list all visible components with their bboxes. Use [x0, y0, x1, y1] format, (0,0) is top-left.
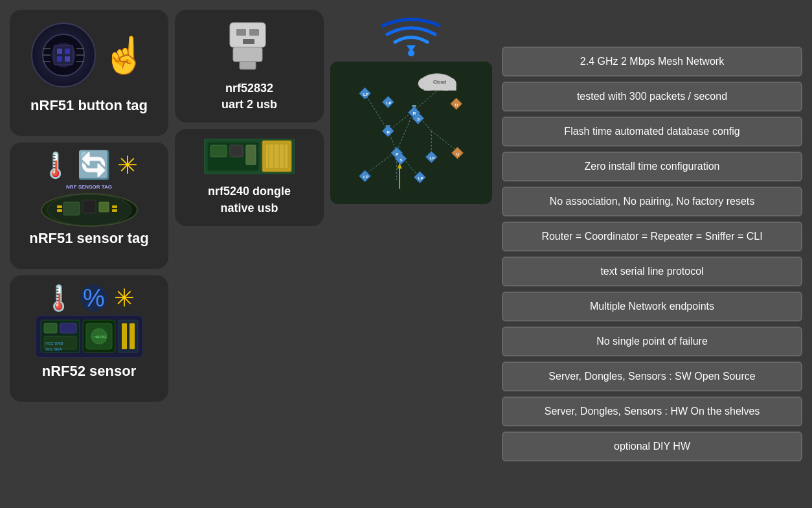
usb-device-icon — [223, 19, 275, 74]
middle-column: nrf52832 uart 2 usb — [175, 10, 492, 498]
svg-text:VCC GND: VCC GND — [45, 341, 63, 345]
feature-btn-5[interactable]: Router = Coordinator = Repeater = Sniffe… — [502, 222, 802, 251]
nrf52832-card: nrf52832 uart 2 usb — [175, 10, 324, 122]
wifi-area — [330, 10, 492, 62]
svg-rect-16 — [99, 202, 109, 212]
svg-rect-2 — [54, 45, 73, 65]
svg-rect-32 — [118, 320, 138, 352]
feature-btn-3[interactable]: Zero install time configuration — [502, 152, 802, 181]
main-container: ☝ nRF51 button tag 🌡️ 🔄 ✳ NRF SENSOR TAG — [0, 0, 812, 508]
svg-rect-43 — [210, 145, 227, 157]
svg-text:R: R — [387, 130, 390, 134]
nrf51-sensor-top: 🌡️ 🔄 ✳ NRF SENSOR TAG — [16, 149, 162, 227]
feature-btn-0[interactable]: 2.4 GHz 2 Mbps Mesh Network — [502, 47, 802, 76]
svg-point-52 — [408, 50, 414, 56]
svg-text:LP: LP — [418, 176, 423, 180]
dongle-board-icon — [204, 139, 295, 177]
svg-rect-34 — [130, 323, 135, 349]
svg-rect-14 — [63, 202, 80, 215]
right-column: 2.4 GHz 2 Mbps Mesh Network tested with … — [499, 10, 802, 498]
thermometer-icon: 🌡️ — [40, 151, 71, 179]
feature-btn-11[interactable]: optional DIY HW — [502, 432, 802, 461]
svg-rect-17 — [57, 205, 62, 208]
wifi-icon — [382, 16, 440, 58]
nrf5240-label: nrf5240 dongle native usb — [208, 183, 291, 216]
nrf51-sensor-card: 🌡️ 🔄 ✳ NRF SENSOR TAG — [10, 143, 168, 269]
svg-rect-15 — [83, 200, 96, 213]
dongles-column: nrf52832 uart 2 usb — [175, 10, 324, 226]
feature-btn-6[interactable]: text serial line protocol — [502, 257, 802, 286]
svg-text:nRF52: nRF52 — [95, 335, 107, 339]
wifi-network-area: Cloud — [330, 10, 492, 204]
left-column: ☝ nRF51 button tag 🌡️ 🔄 ✳ NRF SENSOR TAG — [10, 10, 168, 498]
nrf5240-card: nrf5240 dongle native usb — [175, 129, 324, 225]
svg-rect-39 — [249, 29, 259, 36]
feature-btn-9[interactable]: Server, Dongles, Sensors : SW Open Sourc… — [502, 362, 802, 391]
svg-rect-4 — [65, 49, 70, 54]
feature-btn-10[interactable]: Server, Dongles, Sensors : HW On the she… — [502, 397, 802, 426]
feature-btn-4[interactable]: No association, No pairing, No factory r… — [502, 187, 802, 216]
sun-icon: ✳ — [117, 151, 138, 179]
svg-text:LP: LP — [363, 174, 368, 179]
feature-btn-1[interactable]: tested with 300 packets / second — [502, 82, 802, 111]
svg-rect-5 — [57, 56, 62, 62]
nrf52-sensor-label: nRF52 sensor — [42, 363, 137, 380]
nrf51-button-card-top: ☝ — [16, 16, 162, 94]
svg-rect-33 — [122, 323, 127, 349]
svg-text:S: S — [400, 157, 402, 162]
feature-btn-8[interactable]: No single point of failure — [502, 327, 802, 356]
svg-text:Cloud: Cloud — [433, 80, 446, 85]
svg-text:U: U — [457, 152, 460, 156]
svg-text:LP: LP — [363, 92, 368, 97]
svg-rect-19 — [112, 205, 117, 208]
nrf51-chip-icon — [31, 23, 96, 87]
svg-rect-18 — [57, 209, 62, 212]
svg-rect-44 — [230, 145, 243, 157]
nrf52-sensor-top: 🌡️ % ✳ VCC GND SCL SDA — [16, 282, 162, 360]
svg-text:LP: LP — [430, 156, 435, 160]
svg-text:LP: LP — [387, 100, 392, 105]
svg-rect-24 — [60, 323, 76, 333]
thermometer2-icon: 🌡️ — [43, 284, 74, 312]
svg-rect-23 — [44, 323, 57, 333]
svg-rect-20 — [112, 209, 117, 212]
nrf51-button-card: ☝ nRF51 button tag — [10, 10, 168, 136]
svg-text:SCL SDA: SCL SDA — [45, 347, 62, 351]
svg-rect-45 — [246, 145, 256, 165]
svg-rect-3 — [57, 49, 62, 54]
svg-rect-38 — [236, 29, 246, 36]
nrf52832-label: nrf52832 uart 2 usb — [221, 80, 277, 113]
euro-icon: 🔄 — [77, 149, 111, 181]
svg-rect-37 — [240, 62, 256, 69]
nrf52-sensor-card: 🌡️ % ✳ VCC GND SCL SDA — [10, 275, 168, 402]
feature-btn-7[interactable]: Multiple Network endpoints — [502, 292, 802, 321]
svg-rect-36 — [233, 47, 262, 62]
svg-rect-6 — [65, 56, 70, 62]
sun2-icon: ✳ — [114, 284, 135, 312]
nrf51-sensor-label: nRF51 sensor tag — [29, 230, 149, 247]
percent-icon: % — [80, 284, 107, 312]
svg-rect-53 — [330, 62, 492, 194]
feature-btn-2[interactable]: Flash time automated database config — [502, 117, 802, 146]
top-row: nrf52832 uart 2 usb — [175, 10, 492, 226]
pointer-icon: ☝ — [102, 34, 147, 76]
network-diagram: Cloud — [330, 62, 492, 204]
svg-text:U: U — [455, 102, 458, 107]
nrf51-button-label: nRF51 button tag — [30, 97, 148, 114]
svg-rect-40 — [243, 39, 254, 44]
svg-text:S: S — [417, 117, 420, 121]
network-svg: Cloud — [330, 62, 492, 194]
